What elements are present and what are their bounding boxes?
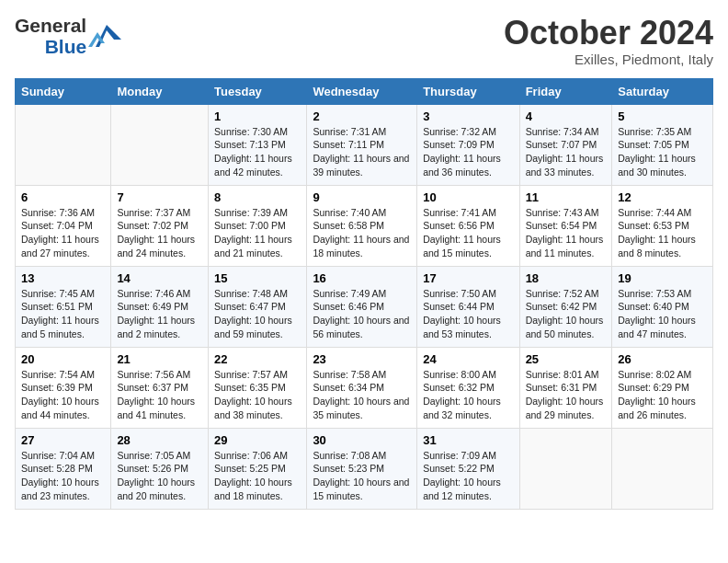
calendar-cell: 3Sunrise: 7:32 AMSunset: 7:09 PMDaylight… xyxy=(417,104,519,185)
calendar-week-row: 27Sunrise: 7:04 AMSunset: 5:28 PMDayligh… xyxy=(16,428,713,509)
calendar-table: SundayMondayTuesdayWednesdayThursdayFrid… xyxy=(15,78,713,510)
day-info: Sunrise: 7:09 AMSunset: 5:22 PMDaylight:… xyxy=(423,449,513,503)
calendar-cell: 28Sunrise: 7:05 AMSunset: 5:26 PMDayligh… xyxy=(111,428,209,509)
day-info: Sunrise: 7:40 AMSunset: 6:58 PMDaylight:… xyxy=(313,206,411,260)
day-number: 23 xyxy=(313,352,411,366)
calendar-cell: 9Sunrise: 7:40 AMSunset: 6:58 PMDaylight… xyxy=(307,185,417,266)
day-info: Sunrise: 8:00 AMSunset: 6:32 PMDaylight:… xyxy=(423,368,513,422)
calendar-cell: 21Sunrise: 7:56 AMSunset: 6:37 PMDayligh… xyxy=(111,347,209,428)
day-info: Sunrise: 7:31 AMSunset: 7:11 PMDaylight:… xyxy=(313,125,411,179)
day-number: 26 xyxy=(618,352,707,366)
calendar-cell: 26Sunrise: 8:02 AMSunset: 6:29 PMDayligh… xyxy=(612,347,713,428)
calendar-cell: 17Sunrise: 7:50 AMSunset: 6:44 PMDayligh… xyxy=(417,266,519,347)
logo: General Blue xyxy=(15,15,121,57)
day-number: 11 xyxy=(526,190,607,204)
day-number: 14 xyxy=(117,271,202,285)
calendar-cell: 16Sunrise: 7:49 AMSunset: 6:46 PMDayligh… xyxy=(307,266,417,347)
calendar-cell: 20Sunrise: 7:54 AMSunset: 6:39 PMDayligh… xyxy=(16,347,111,428)
day-info: Sunrise: 7:30 AMSunset: 7:13 PMDaylight:… xyxy=(214,125,301,179)
calendar-week-row: 6Sunrise: 7:36 AMSunset: 7:04 PMDaylight… xyxy=(16,185,713,266)
day-number: 5 xyxy=(618,109,707,123)
title-block: October 2024 Exilles, Piedmont, Italy xyxy=(504,15,713,67)
col-header-saturday: Saturday xyxy=(612,78,713,104)
day-number: 7 xyxy=(117,190,202,204)
calendar-cell: 10Sunrise: 7:41 AMSunset: 6:56 PMDayligh… xyxy=(417,185,519,266)
day-number: 8 xyxy=(214,190,301,204)
calendar-cell: 19Sunrise: 7:53 AMSunset: 6:40 PMDayligh… xyxy=(612,266,713,347)
day-number: 25 xyxy=(526,352,607,366)
day-number: 12 xyxy=(618,190,707,204)
day-info: Sunrise: 8:01 AMSunset: 6:31 PMDaylight:… xyxy=(526,368,607,422)
calendar-cell: 23Sunrise: 7:58 AMSunset: 6:34 PMDayligh… xyxy=(307,347,417,428)
calendar-cell: 6Sunrise: 7:36 AMSunset: 7:04 PMDaylight… xyxy=(16,185,111,266)
day-info: Sunrise: 7:52 AMSunset: 6:42 PMDaylight:… xyxy=(526,287,607,341)
calendar-cell: 27Sunrise: 7:04 AMSunset: 5:28 PMDayligh… xyxy=(16,428,111,509)
day-number: 28 xyxy=(117,433,202,447)
day-info: Sunrise: 7:06 AMSunset: 5:25 PMDaylight:… xyxy=(214,449,301,503)
col-header-tuesday: Tuesday xyxy=(209,78,307,104)
calendar-cell: 13Sunrise: 7:45 AMSunset: 6:51 PMDayligh… xyxy=(16,266,111,347)
day-number: 6 xyxy=(21,190,105,204)
day-number: 1 xyxy=(214,109,301,123)
day-info: Sunrise: 7:50 AMSunset: 6:44 PMDaylight:… xyxy=(423,287,513,341)
day-number: 24 xyxy=(423,352,513,366)
day-info: Sunrise: 7:58 AMSunset: 6:34 PMDaylight:… xyxy=(313,368,411,422)
calendar-cell: 18Sunrise: 7:52 AMSunset: 6:42 PMDayligh… xyxy=(519,266,612,347)
day-info: Sunrise: 7:32 AMSunset: 7:09 PMDaylight:… xyxy=(423,125,513,179)
day-info: Sunrise: 7:04 AMSunset: 5:28 PMDaylight:… xyxy=(21,449,105,503)
calendar-cell: 11Sunrise: 7:43 AMSunset: 6:54 PMDayligh… xyxy=(519,185,612,266)
calendar-cell xyxy=(519,428,612,509)
day-number: 16 xyxy=(313,271,411,285)
logo-icon xyxy=(88,21,121,51)
day-info: Sunrise: 8:02 AMSunset: 6:29 PMDaylight:… xyxy=(618,368,707,422)
calendar-cell: 4Sunrise: 7:34 AMSunset: 7:07 PMDaylight… xyxy=(519,104,612,185)
day-info: Sunrise: 7:39 AMSunset: 7:00 PMDaylight:… xyxy=(214,206,301,260)
calendar-cell: 31Sunrise: 7:09 AMSunset: 5:22 PMDayligh… xyxy=(417,428,519,509)
calendar-cell xyxy=(16,104,111,185)
calendar-cell: 22Sunrise: 7:57 AMSunset: 6:35 PMDayligh… xyxy=(209,347,307,428)
col-header-monday: Monday xyxy=(111,78,209,104)
day-info: Sunrise: 7:34 AMSunset: 7:07 PMDaylight:… xyxy=(526,125,607,179)
day-info: Sunrise: 7:56 AMSunset: 6:37 PMDaylight:… xyxy=(117,368,202,422)
calendar-header-row: SundayMondayTuesdayWednesdayThursdayFrid… xyxy=(16,78,713,104)
col-header-sunday: Sunday xyxy=(16,78,111,104)
day-info: Sunrise: 7:57 AMSunset: 6:35 PMDaylight:… xyxy=(214,368,301,422)
col-header-thursday: Thursday xyxy=(417,78,519,104)
day-info: Sunrise: 7:05 AMSunset: 5:26 PMDaylight:… xyxy=(117,449,202,503)
day-info: Sunrise: 7:53 AMSunset: 6:40 PMDaylight:… xyxy=(618,287,707,341)
calendar-cell: 2Sunrise: 7:31 AMSunset: 7:11 PMDaylight… xyxy=(307,104,417,185)
calendar-cell: 5Sunrise: 7:35 AMSunset: 7:05 PMDaylight… xyxy=(612,104,713,185)
day-info: Sunrise: 7:44 AMSunset: 6:53 PMDaylight:… xyxy=(618,206,707,260)
day-number: 31 xyxy=(423,433,513,447)
day-number: 13 xyxy=(21,271,105,285)
calendar-week-row: 1Sunrise: 7:30 AMSunset: 7:13 PMDaylight… xyxy=(16,104,713,185)
location: Exilles, Piedmont, Italy xyxy=(504,52,713,67)
day-info: Sunrise: 7:36 AMSunset: 7:04 PMDaylight:… xyxy=(21,206,105,260)
day-info: Sunrise: 7:08 AMSunset: 5:23 PMDaylight:… xyxy=(313,449,411,503)
day-number: 22 xyxy=(214,352,301,366)
calendar-cell: 8Sunrise: 7:39 AMSunset: 7:00 PMDaylight… xyxy=(209,185,307,266)
calendar-cell: 24Sunrise: 8:00 AMSunset: 6:32 PMDayligh… xyxy=(417,347,519,428)
calendar-cell: 14Sunrise: 7:46 AMSunset: 6:49 PMDayligh… xyxy=(111,266,209,347)
day-info: Sunrise: 7:45 AMSunset: 6:51 PMDaylight:… xyxy=(21,287,105,341)
day-number: 18 xyxy=(526,271,607,285)
calendar-cell: 15Sunrise: 7:48 AMSunset: 6:47 PMDayligh… xyxy=(209,266,307,347)
day-info: Sunrise: 7:46 AMSunset: 6:49 PMDaylight:… xyxy=(117,287,202,341)
day-number: 30 xyxy=(313,433,411,447)
calendar-cell: 29Sunrise: 7:06 AMSunset: 5:25 PMDayligh… xyxy=(209,428,307,509)
day-info: Sunrise: 7:43 AMSunset: 6:54 PMDaylight:… xyxy=(526,206,607,260)
day-info: Sunrise: 7:48 AMSunset: 6:47 PMDaylight:… xyxy=(214,287,301,341)
day-number: 15 xyxy=(214,271,301,285)
calendar-cell: 25Sunrise: 8:01 AMSunset: 6:31 PMDayligh… xyxy=(519,347,612,428)
day-info: Sunrise: 7:54 AMSunset: 6:39 PMDaylight:… xyxy=(21,368,105,422)
logo-general: General xyxy=(15,15,86,36)
calendar-cell: 1Sunrise: 7:30 AMSunset: 7:13 PMDaylight… xyxy=(209,104,307,185)
logo-blue: Blue xyxy=(45,36,87,57)
month-title: October 2024 xyxy=(504,15,713,52)
day-number: 2 xyxy=(313,109,411,123)
calendar-cell: 30Sunrise: 7:08 AMSunset: 5:23 PMDayligh… xyxy=(307,428,417,509)
day-number: 27 xyxy=(21,433,105,447)
day-number: 17 xyxy=(423,271,513,285)
day-info: Sunrise: 7:49 AMSunset: 6:46 PMDaylight:… xyxy=(313,287,411,341)
day-number: 20 xyxy=(21,352,105,366)
